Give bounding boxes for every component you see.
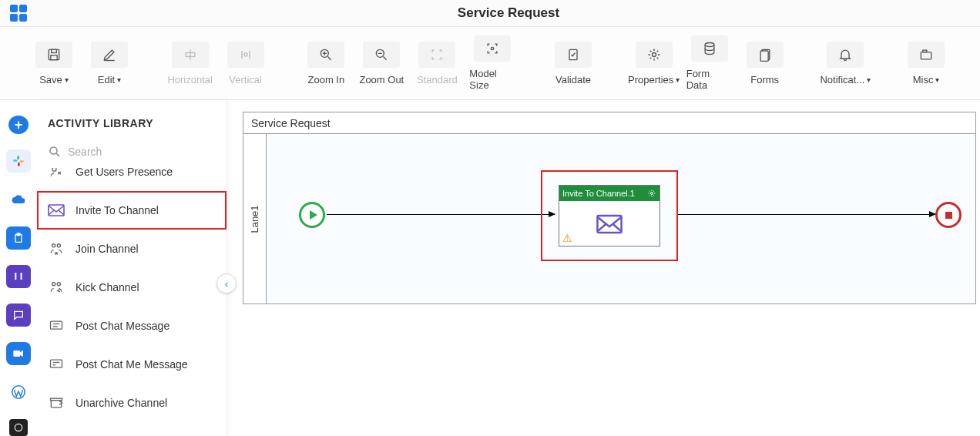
svg-point-49 (651, 193, 653, 195)
activity-item-label: Post Chat Me Message (76, 358, 217, 371)
activity-item-post-chat-message[interactable]: Post Chat Message (37, 307, 227, 345)
activity-item-label: Unarchive Channel (76, 397, 217, 410)
zoom-out-button[interactable]: Zoom Out (358, 42, 404, 86)
properties-button[interactable]: Properties▾ (631, 42, 677, 86)
left-rail: + I I (0, 100, 37, 436)
rail-video-button[interactable] (6, 342, 31, 365)
lane-label[interactable]: Lane1 (243, 134, 267, 304)
svg-point-18 (652, 52, 656, 56)
svg-rect-41 (51, 321, 62, 329)
page-title: Service Request (37, 5, 980, 21)
edit-icon (91, 42, 128, 68)
activity-item-post-chat-me-message[interactable]: Post Chat Me Message (37, 345, 227, 384)
warning-icon: ⚠ (562, 232, 572, 244)
svg-point-16 (492, 47, 494, 49)
svg-point-32 (15, 424, 22, 431)
svg-point-40 (57, 283, 60, 286)
rail-clipboard-button[interactable] (6, 226, 31, 250)
activity-library-panel: ACTIVITY LIBRARY Get Users Presence Invi… (37, 100, 227, 436)
notifications-button[interactable]: Notificat...▾ (822, 42, 868, 86)
save-icon (35, 42, 72, 68)
activity-item-label: Invite To Channel (76, 204, 217, 217)
svg-point-8 (244, 52, 247, 55)
bell-icon (827, 42, 864, 68)
svg-rect-1 (52, 49, 57, 52)
svg-rect-26 (17, 156, 19, 160)
activity-item-label: Kick Channel (76, 281, 217, 294)
task-highlight-box: Invite To Channel.1 ⚠ (541, 170, 678, 261)
svg-rect-21 (760, 51, 768, 61)
rail-wordpress-button[interactable] (6, 381, 31, 404)
rail-text-button[interactable]: I I (6, 265, 31, 288)
misc-button[interactable]: Misc▾ (903, 42, 949, 86)
activity-item-get-users-presence[interactable]: Get Users Presence (37, 168, 227, 191)
zoom-standard-icon (418, 42, 455, 68)
svg-point-19 (705, 43, 714, 47)
save-button[interactable]: Save▾ (31, 42, 77, 86)
activity-search-input[interactable] (68, 146, 216, 158)
rail-slack-button[interactable] (6, 149, 31, 173)
validate-icon (555, 42, 592, 68)
activity-item-label: Get Users Presence (76, 168, 217, 178)
presence-icon (46, 168, 66, 180)
start-event-node[interactable] (299, 202, 325, 228)
edit-button[interactable]: Edit▾ (86, 42, 133, 86)
chevron-left-icon: ‹ (225, 278, 228, 290)
gear-icon (636, 42, 673, 68)
search-icon (48, 145, 62, 159)
task-node-invite-to-channel[interactable]: Invite To Channel.1 ⚠ (559, 185, 660, 247)
cloud-icon (11, 194, 26, 205)
app-switcher-button[interactable] (0, 5, 37, 22)
collapse-panel-button[interactable]: ‹ (216, 273, 237, 293)
svg-rect-23 (923, 50, 927, 52)
task-gear-icon[interactable] (647, 189, 656, 198)
chat-me-icon (46, 356, 66, 373)
svg-rect-24 (13, 160, 17, 163)
align-vertical-button: Vertical (223, 42, 269, 86)
chat-message-icon (46, 317, 66, 334)
sequence-flow-2[interactable] (678, 214, 935, 215)
slack-icon (11, 153, 26, 169)
zoom-in-icon (307, 42, 344, 68)
activity-item-label: Join Channel (76, 243, 217, 256)
form-data-button[interactable]: Form Data (686, 35, 733, 91)
kick-icon (46, 279, 66, 296)
end-event-node[interactable] (935, 202, 962, 228)
chat-icon (12, 309, 25, 321)
svg-rect-25 (20, 160, 24, 163)
align-horizontal-button: Horizontal (167, 42, 213, 86)
svg-rect-50 (597, 216, 621, 233)
validate-button[interactable]: Validate (550, 42, 596, 86)
svg-point-35 (52, 168, 56, 171)
forms-button[interactable]: Forms (742, 42, 788, 86)
rail-onedrive-button[interactable] (6, 188, 31, 211)
wordpress-icon (10, 384, 27, 401)
svg-rect-27 (18, 163, 20, 166)
svg-rect-2 (51, 55, 57, 59)
rail-add-button[interactable]: + (8, 116, 29, 134)
zoom-standard-button: Standard (414, 42, 460, 86)
svg-rect-30 (13, 350, 20, 357)
process-title: Service Request (243, 112, 975, 134)
activity-item-invite-to-channel[interactable]: Invite To Channel (37, 191, 227, 230)
video-icon (12, 349, 25, 358)
activity-item-unarchive-channel[interactable]: Unarchive Channel (37, 384, 227, 422)
svg-point-39 (52, 283, 55, 286)
activity-item-label: Post Chat Message (76, 320, 217, 333)
zoom-out-icon (363, 42, 400, 68)
align-horizontal-icon (172, 42, 209, 68)
rail-chat-button[interactable] (6, 304, 31, 327)
zoom-in-button[interactable]: Zoom In (303, 42, 349, 86)
sequence-flow-1[interactable] (327, 214, 555, 215)
svg-point-33 (50, 147, 57, 154)
zoom-model-size-button[interactable]: Model Size (469, 35, 515, 91)
svg-rect-44 (51, 360, 62, 367)
process-canvas[interactable]: Service Request Lane1 Invite To Channel.… (227, 100, 980, 436)
activity-item-join-channel[interactable]: Join Channel (37, 230, 227, 268)
svg-rect-22 (921, 52, 931, 59)
svg-line-10 (328, 56, 331, 59)
activity-item-kick-channel[interactable]: Kick Channel (37, 268, 227, 307)
rail-connector-button[interactable] (9, 419, 28, 436)
svg-point-38 (57, 244, 60, 247)
activity-search[interactable] (46, 142, 217, 162)
